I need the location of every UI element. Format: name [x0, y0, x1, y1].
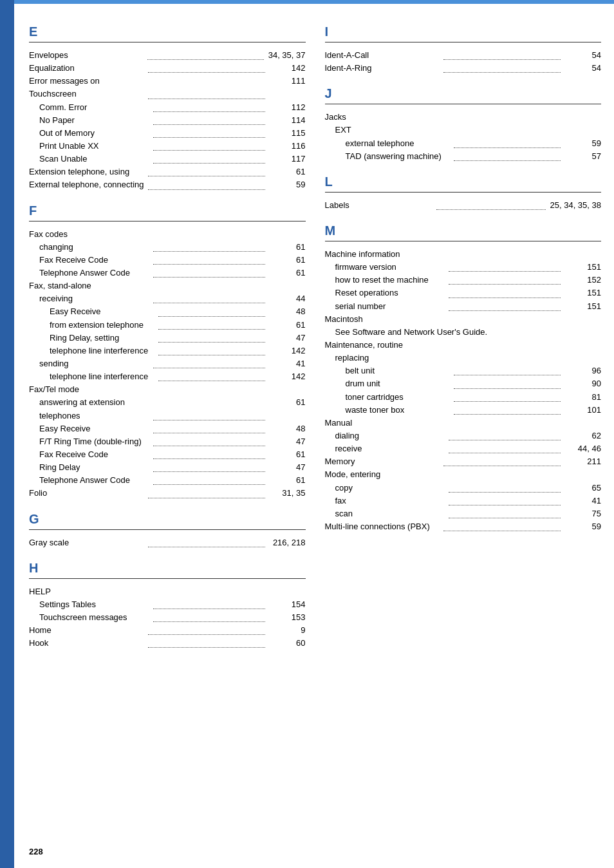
entry-label: Mode, entering — [325, 468, 602, 481]
dot-leader — [454, 404, 561, 415]
section-divider — [325, 42, 602, 42]
entry-page: 61 — [267, 267, 306, 279]
section-letter-i: I — [325, 24, 602, 39]
dot-leader — [454, 137, 561, 148]
dot-leader — [148, 165, 265, 176]
entry-label: dialing — [325, 429, 447, 442]
entry-label: scan — [325, 507, 447, 520]
dot-leader — [449, 507, 561, 518]
entry-page: 65 — [563, 482, 601, 495]
dot-leader — [153, 241, 265, 252]
entry-label: Comm. Error — [29, 101, 151, 114]
entry-page: 59 — [267, 178, 306, 191]
index-entry: Envelopes34, 35, 37 — [29, 49, 306, 62]
entry-label: Telephone Answer Code — [29, 267, 151, 279]
entry-page: 59 — [563, 520, 601, 533]
section-letter-l: L — [325, 175, 602, 189]
entry-page: 112 — [267, 101, 306, 114]
section-divider — [29, 578, 306, 579]
entry-page: 61 — [267, 241, 306, 254]
index-entry: Gray scale216, 218 — [29, 536, 306, 549]
dot-leader — [148, 75, 265, 99]
entry-label: Jacks — [325, 111, 602, 124]
index-entry: Memory211 — [325, 455, 602, 468]
index-entry: Mode, entering — [325, 468, 602, 481]
entry-label: HELP — [29, 585, 306, 598]
section-divider — [325, 241, 602, 241]
index-entry: Extension telephone, using61 — [29, 165, 306, 178]
entry-label: Envelopes — [29, 49, 145, 62]
dot-leader — [454, 391, 561, 402]
dot-leader — [449, 429, 561, 440]
index-entry: replacing — [325, 352, 602, 364]
entry-page: 44 — [267, 292, 306, 305]
entry-page: 61 — [267, 319, 306, 332]
entry-label: receiving — [29, 292, 151, 305]
section-letter-g: G — [29, 512, 306, 527]
entry-page: 111 — [267, 75, 306, 100]
entry-page: 54 — [563, 49, 601, 62]
entry-label: changing — [29, 241, 151, 254]
dot-leader — [153, 292, 265, 303]
index-entry: Labels25, 34, 35, 38 — [325, 199, 602, 212]
sidebar-accent — [0, 0, 14, 868]
entry-page: 211 — [563, 455, 601, 468]
entry-label: Fax, stand-alone — [29, 279, 306, 292]
dot-leader — [148, 178, 265, 189]
index-entry: Manual — [325, 417, 602, 429]
entry-label: Machine information — [325, 248, 602, 261]
dot-leader — [449, 274, 561, 285]
dot-leader — [443, 520, 561, 531]
dot-leader — [449, 495, 561, 505]
dot-leader — [148, 487, 265, 498]
dot-leader — [153, 611, 265, 622]
entry-page: 61 — [267, 254, 306, 267]
entry-label: Out of Memory — [29, 127, 151, 140]
entry-label: Fax Receive Code — [29, 448, 151, 461]
index-entry: Error messages on Touchscreen111 — [29, 75, 306, 100]
index-entry: Touchscreen messages153 — [29, 611, 306, 624]
entry-label: See Software and Network User's Guide. — [325, 326, 602, 339]
entry-label: Scan Unable — [29, 153, 151, 165]
entry-page: 152 — [563, 274, 601, 287]
dot-leader — [153, 267, 265, 278]
dot-leader — [153, 140, 265, 151]
two-column-layout: EEnvelopes34, 35, 37Equalization142Error… — [29, 13, 601, 650]
dot-leader — [153, 422, 265, 433]
entry-label: Hook — [29, 637, 146, 650]
index-entry: Easy Receive48 — [29, 422, 306, 435]
entry-label: waste toner box — [325, 404, 452, 417]
entry-page: 115 — [267, 127, 306, 140]
index-entry: receiving44 — [29, 292, 306, 305]
entry-label: TAD (answering machine) — [325, 150, 452, 163]
top-bar — [14, 0, 614, 4]
index-entry: Home9 — [29, 624, 306, 637]
entry-page: 9 — [267, 624, 306, 637]
entry-page: 47 — [267, 332, 306, 344]
entry-page: 154 — [267, 598, 306, 611]
entry-label: Ident-A-Ring — [325, 62, 442, 75]
index-entry: changing61 — [29, 241, 306, 254]
index-entry: firmware version151 — [325, 261, 602, 274]
dot-leader — [153, 598, 265, 609]
page-number: 228 — [29, 847, 43, 856]
index-entry: Comm. Error112 — [29, 101, 306, 114]
entry-label: Manual — [325, 417, 602, 429]
entry-page: 75 — [563, 507, 601, 520]
index-entry: receive44, 46 — [325, 442, 602, 455]
dot-leader — [153, 101, 265, 112]
index-entry: dialing62 — [325, 429, 602, 442]
index-entry: telephone line interference142 — [29, 344, 306, 357]
dot-leader — [153, 153, 265, 164]
entry-label: Ident-A-Call — [325, 49, 442, 62]
index-entry: Machine information — [325, 248, 602, 261]
left-column: EEnvelopes34, 35, 37Equalization142Error… — [29, 13, 306, 650]
dot-leader — [449, 300, 561, 311]
section-letter-j: J — [325, 86, 602, 101]
index-entry: Macintosh — [325, 313, 602, 326]
dot-leader — [153, 461, 265, 472]
entry-label: telephone line interference — [29, 370, 156, 383]
entry-label: Easy Receive — [29, 305, 156, 318]
entry-page: 114 — [267, 114, 306, 127]
section-letter-f: F — [29, 203, 306, 218]
